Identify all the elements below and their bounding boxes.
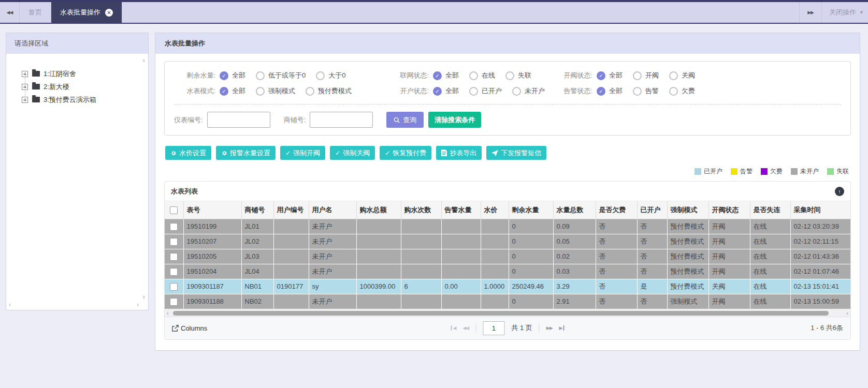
columns-button[interactable]: Columns — [172, 324, 207, 332]
radio-option[interactable]: 强制模式 — [256, 86, 295, 96]
scroll-down-icon[interactable]: ∨ — [142, 294, 146, 300]
radio-option[interactable]: 欠费 — [669, 86, 695, 96]
radio-option[interactable]: 低于或等于0 — [256, 71, 306, 80]
row-checkbox[interactable] — [170, 283, 178, 291]
tab-meter-batch[interactable]: 水表批量操作✕ — [51, 2, 122, 23]
column-header[interactable]: 水价 — [481, 201, 509, 219]
tree-node-1[interactable]: 1:江阴宿舍 — [22, 67, 148, 80]
action-button-强制开阀[interactable]: ✓强制开阀 — [280, 146, 325, 160]
page-next-button[interactable]: ▶▶ — [546, 325, 553, 331]
radio-option[interactable]: 关阀 — [669, 71, 695, 80]
expand-plus-icon[interactable] — [22, 97, 28, 103]
radio-option[interactable]: 预付费模式 — [306, 86, 352, 96]
radio-checked-icon[interactable]: ✓ — [220, 87, 228, 96]
scroll-left-icon[interactable]: ‹ — [9, 301, 11, 308]
action-button-下发报警短信[interactable]: 下发报警短信 — [486, 146, 546, 160]
action-button-抄表导出[interactable]: 抄表导出 — [436, 146, 482, 160]
column-header[interactable]: 用户编号 — [273, 201, 309, 219]
tab-home[interactable]: 首页 — [20, 2, 51, 23]
radio-checked-icon[interactable]: ✓ — [597, 71, 605, 80]
column-header[interactable]: 水量总数 — [553, 201, 596, 219]
radio-unchecked-icon[interactable] — [633, 71, 642, 80]
radio-option[interactable]: 告警 — [633, 86, 659, 96]
radio-unchecked-icon[interactable] — [256, 87, 265, 96]
scrollbar-thumb[interactable] — [173, 311, 829, 316]
radio-unchecked-icon[interactable] — [306, 87, 314, 96]
table-row[interactable]: 1909301188NB02未开户02.91否否强制模式开阀在线02-13 15… — [165, 294, 850, 309]
table-row[interactable]: 19510205JL03未开户00.02否否预付费模式开阀在线02-12 01:… — [165, 249, 850, 264]
column-header[interactable]: 已开户 — [637, 201, 667, 219]
shop-number-input[interactable] — [310, 112, 373, 128]
scroll-up-icon[interactable]: ∧ — [142, 58, 146, 63]
page-first-button[interactable]: ◀ — [451, 325, 456, 331]
radio-unchecked-icon[interactable] — [316, 71, 325, 80]
column-header[interactable]: 告警水量 — [441, 201, 481, 219]
radio-option[interactable]: ✓全部 — [220, 71, 245, 80]
scroll-right-icon[interactable]: › — [137, 301, 139, 308]
radio-option[interactable]: 在线 — [469, 71, 495, 80]
page-last-button[interactable]: ▶ — [559, 325, 565, 331]
radio-option[interactable]: 开阀 — [633, 71, 659, 80]
row-checkbox[interactable] — [170, 223, 178, 231]
table-row[interactable]: 19510207JL02未开户00.05否否预付费模式开阀在线02-12 02:… — [165, 234, 850, 249]
radio-option[interactable]: ✓全部 — [597, 86, 623, 96]
query-button[interactable]: 查询 — [386, 112, 424, 128]
radio-option[interactable]: 未开户 — [512, 86, 545, 96]
column-header[interactable]: 用户名 — [309, 201, 356, 219]
radio-unchecked-icon[interactable] — [669, 87, 678, 96]
column-header[interactable]: 表号 — [183, 201, 241, 219]
column-header[interactable]: 采集时间 — [790, 201, 850, 219]
action-button-恢复预付费[interactable]: ✓恢复预付费 — [380, 146, 431, 160]
action-button-报警水量设置[interactable]: 报警水量设置 — [216, 146, 276, 160]
column-header[interactable]: 商铺号 — [241, 201, 273, 219]
radio-option[interactable]: 大于0 — [316, 71, 345, 80]
radio-unchecked-icon[interactable] — [256, 71, 265, 80]
column-header[interactable]: 是否失连 — [750, 201, 790, 219]
column-header[interactable]: 剩余水量 — [509, 201, 553, 219]
table-row[interactable]: 19510204JL04未开户00.03否否预付费模式开阀在线02-12 01:… — [165, 264, 850, 279]
page-prev-button[interactable]: ◀◀ — [462, 325, 469, 331]
page-number-input[interactable] — [483, 321, 504, 335]
tabs-scroll-left-button[interactable]: ◀◀ — [0, 2, 20, 23]
tree-node-3[interactable]: 3:预付费云演示箱 — [22, 93, 148, 106]
radio-option[interactable]: ✓全部 — [433, 71, 459, 80]
row-checkbox[interactable] — [170, 253, 178, 261]
column-header[interactable]: 开阀状态 — [708, 201, 750, 219]
scroll-left-icon[interactable]: ‹ — [167, 310, 169, 317]
radio-checked-icon[interactable]: ✓ — [220, 71, 228, 80]
radio-unchecked-icon[interactable] — [469, 71, 478, 80]
radio-unchecked-icon[interactable] — [633, 87, 642, 96]
table-row[interactable]: 1909301187NB010190177sy1000399.0060.001.… — [165, 279, 850, 294]
column-header[interactable]: 购水总额 — [356, 201, 401, 219]
tab-close-icon[interactable]: ✕ — [105, 9, 113, 17]
radio-option[interactable]: ✓全部 — [597, 71, 623, 80]
row-checkbox[interactable] — [170, 238, 178, 246]
expand-plus-icon[interactable] — [22, 71, 28, 77]
table-row[interactable]: 19510199JL01未开户00.09否否预付费模式开阀在线02-12 03:… — [165, 219, 850, 234]
radio-option[interactable]: 失联 — [505, 71, 531, 80]
select-all-checkbox[interactable] — [170, 206, 178, 214]
radio-option[interactable]: 已开户 — [469, 86, 502, 96]
action-button-强制关阀[interactable]: ✓强制关阀 — [330, 146, 375, 160]
column-header[interactable]: 购水次数 — [401, 201, 441, 219]
tabs-scroll-right-button[interactable]: ▶▶ — [799, 2, 822, 23]
radio-option[interactable]: ✓全部 — [433, 86, 459, 96]
expand-plus-icon[interactable] — [22, 84, 28, 90]
radio-unchecked-icon[interactable] — [469, 87, 478, 96]
radio-option[interactable]: ✓全部 — [220, 86, 245, 96]
radio-checked-icon[interactable]: ✓ — [433, 71, 442, 80]
column-header[interactable]: 强制模式 — [667, 201, 708, 219]
tree-node-2[interactable]: 2:新大楼 — [22, 80, 148, 93]
action-button-水价设置[interactable]: 水价设置 — [165, 146, 211, 160]
scroll-right-icon[interactable]: › — [846, 310, 848, 317]
row-checkbox[interactable] — [170, 298, 178, 306]
radio-checked-icon[interactable]: ✓ — [597, 87, 605, 96]
column-header[interactable]: 是否欠费 — [596, 201, 637, 219]
meter-number-input[interactable] — [207, 112, 270, 128]
radio-unchecked-icon[interactable] — [512, 87, 521, 96]
row-checkbox[interactable] — [170, 268, 178, 276]
radio-checked-icon[interactable]: ✓ — [433, 87, 442, 96]
scroll-top-icon[interactable]: ↑ — [835, 187, 844, 196]
clear-search-button[interactable]: 清除搜索条件 — [428, 112, 481, 128]
close-operations-menu[interactable]: 关闭操作 ▼ — [822, 2, 868, 23]
